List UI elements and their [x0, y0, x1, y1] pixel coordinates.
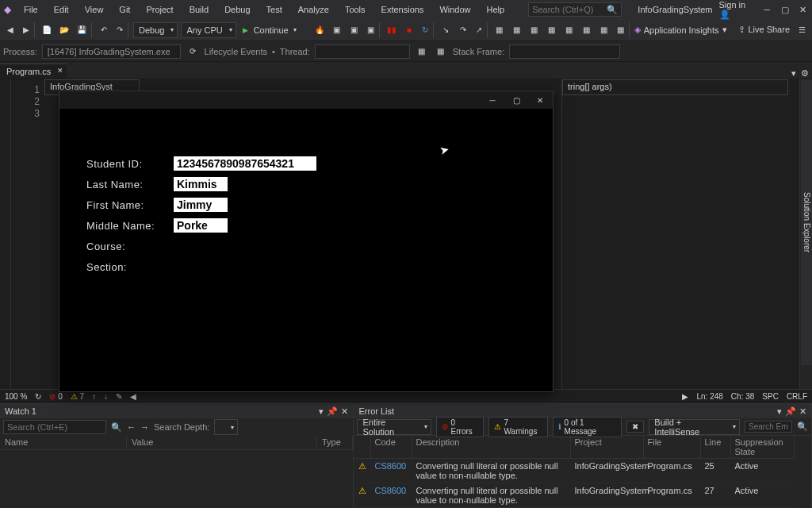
- error-row[interactable]: ⚠ CS8600 Converting null literal or poss…: [354, 459, 811, 483]
- restart-icon[interactable]: ↻: [419, 22, 434, 38]
- undo-icon[interactable]: ↶: [97, 22, 111, 38]
- step-toolbar2-icon[interactable]: ▣: [347, 22, 362, 38]
- warnings-filter[interactable]: ⚠7 Warnings: [488, 417, 548, 437]
- errorlist-dropdown-icon[interactable]: ▾: [777, 406, 782, 417]
- watch-body[interactable]: [0, 450, 353, 508]
- indent-indicator[interactable]: SPC: [762, 392, 779, 401]
- thread-icon1[interactable]: ▦: [415, 44, 429, 60]
- tab-overflow-icon[interactable]: ▾: [791, 68, 796, 79]
- menu-git[interactable]: Git: [111, 2, 138, 17]
- step-over-icon[interactable]: ↷: [456, 22, 470, 38]
- errorlist-close-icon[interactable]: ✕: [799, 406, 806, 417]
- tb-icon-e[interactable]: ▦: [562, 22, 576, 38]
- errorlist-pin-icon[interactable]: 📌: [785, 406, 796, 417]
- tb-icon-f[interactable]: ▦: [580, 22, 594, 38]
- menu-build[interactable]: Build: [182, 2, 216, 17]
- nav-fwd-icon[interactable]: ▶: [21, 22, 35, 38]
- console-close-button[interactable]: ✕: [530, 93, 550, 107]
- continue-button[interactable]: Continue: [239, 22, 309, 38]
- watch-search-icon[interactable]: 🔍: [111, 422, 122, 433]
- menu-debug[interactable]: Debug: [216, 2, 258, 17]
- panel-pin-icon[interactable]: 📌: [327, 406, 338, 417]
- new-file-icon[interactable]: 📄: [40, 22, 54, 38]
- col-project[interactable]: Project: [571, 436, 644, 459]
- lifecycle-icon[interactable]: ⟳: [186, 44, 200, 60]
- menu-edit[interactable]: Edit: [46, 2, 77, 17]
- col-file[interactable]: File: [644, 436, 701, 459]
- clear-filter-icon[interactable]: ✖: [626, 421, 644, 433]
- config-dropdown[interactable]: Debug: [133, 22, 178, 38]
- feedback-icon[interactable]: ☰: [795, 22, 809, 38]
- col-code[interactable]: Code: [371, 436, 412, 459]
- close-button[interactable]: ✕: [794, 0, 812, 19]
- watch-next-icon[interactable]: →: [140, 422, 149, 432]
- menu-extensions[interactable]: Extensions: [373, 2, 432, 17]
- stackframe-dropdown[interactable]: [509, 44, 620, 59]
- zoom-level[interactable]: 100 %: [5, 392, 27, 401]
- menu-tools[interactable]: Tools: [337, 2, 373, 17]
- menu-analyze[interactable]: Analyze: [290, 2, 337, 17]
- signin-link[interactable]: Sign in 👤: [713, 0, 758, 23]
- menu-view[interactable]: View: [77, 2, 112, 17]
- step-out-icon[interactable]: ↗: [473, 22, 488, 38]
- redo-icon[interactable]: ↷: [114, 22, 128, 38]
- tb-icon-g[interactable]: ▦: [597, 22, 611, 38]
- panel-dropdown-icon[interactable]: ▾: [319, 406, 324, 417]
- panel-close-icon[interactable]: ✕: [341, 406, 348, 417]
- nav-up-icon[interactable]: ↑: [92, 392, 96, 401]
- menu-file[interactable]: File: [16, 2, 46, 17]
- watch-col-type[interactable]: Type: [317, 436, 353, 449]
- messages-filter[interactable]: ℹ0 of 1 Message: [553, 417, 622, 437]
- brush-icon[interactable]: ✎: [116, 392, 122, 401]
- tab-close-icon[interactable]: ✕: [57, 67, 63, 75]
- nav-member-dropdown[interactable]: tring[] args): [562, 79, 788, 95]
- eol-indicator[interactable]: CRLF: [787, 392, 807, 401]
- tb-icon-b[interactable]: ▦: [510, 22, 524, 38]
- errors-filter[interactable]: ⊘0 Errors: [436, 417, 484, 437]
- col-line[interactable]: Line: [701, 436, 731, 459]
- thread-icon2[interactable]: ▦: [434, 44, 448, 60]
- nav-down-icon[interactable]: ↓: [104, 392, 108, 401]
- menu-window[interactable]: Window: [431, 2, 478, 17]
- liveshare-button[interactable]: ⇪ Live Share: [738, 25, 790, 35]
- tab-gear-icon[interactable]: ⚙: [801, 68, 809, 79]
- watch-search-input[interactable]: [3, 420, 106, 434]
- open-icon[interactable]: 📂: [57, 22, 71, 38]
- app-insights-button[interactable]: ◈Application Insights ▾: [634, 25, 727, 35]
- menu-project[interactable]: Project: [138, 2, 181, 17]
- status-refresh-icon[interactable]: ↻: [35, 392, 41, 401]
- errorlist-search-input[interactable]: [745, 421, 792, 433]
- tb-icon-c[interactable]: ▦: [527, 22, 542, 38]
- col-state[interactable]: Suppression State: [731, 436, 795, 459]
- scroll-left-icon[interactable]: ◀: [130, 392, 136, 401]
- minimize-button[interactable]: ─: [758, 0, 776, 19]
- error-row[interactable]: ⚠ CS8600 Converting null literal or poss…: [354, 483, 811, 508]
- menu-help[interactable]: Help: [479, 2, 513, 17]
- tb-icon-d[interactable]: ▦: [545, 22, 559, 38]
- errorlist-search-icon[interactable]: 🔍: [797, 421, 808, 432]
- console-body[interactable]: ➤ Student ID: 1234567890987654321 Last N…: [59, 109, 553, 274]
- scroll-right-icon[interactable]: ▶: [682, 392, 688, 401]
- save-icon[interactable]: 💾: [75, 22, 92, 38]
- process-dropdown[interactable]: [16476] InfoGradingSystem.exe: [42, 44, 181, 59]
- watch-prev-icon[interactable]: ←: [127, 422, 136, 432]
- global-search[interactable]: 🔍: [528, 2, 622, 17]
- tb-icon-a[interactable]: ▦: [492, 22, 507, 38]
- col-description[interactable]: Description: [412, 436, 571, 459]
- hot-reload-icon[interactable]: 🔥: [312, 22, 327, 38]
- breakpoint-rail[interactable]: [0, 79, 11, 389]
- console-maximize-button[interactable]: ▢: [507, 93, 526, 107]
- depth-dropdown[interactable]: [214, 419, 238, 435]
- global-search-input[interactable]: [532, 5, 607, 14]
- pause-icon[interactable]: ▮▮: [385, 22, 399, 38]
- nav-back-icon[interactable]: ◀: [3, 22, 17, 38]
- solution-explorer-tab[interactable]: Solution Explorer: [801, 79, 812, 365]
- menu-test[interactable]: Test: [259, 2, 290, 17]
- maximize-button[interactable]: ▢: [776, 0, 794, 19]
- tb-icon-h[interactable]: ▦: [615, 22, 630, 38]
- build-intellisense-dropdown[interactable]: Build + IntelliSense: [649, 419, 740, 435]
- scope-dropdown[interactable]: Entire Solution: [357, 419, 431, 435]
- stop-icon[interactable]: ■: [402, 22, 416, 38]
- platform-dropdown[interactable]: Any CPU: [181, 22, 236, 38]
- step-toolbar3-icon[interactable]: ▣: [365, 22, 380, 38]
